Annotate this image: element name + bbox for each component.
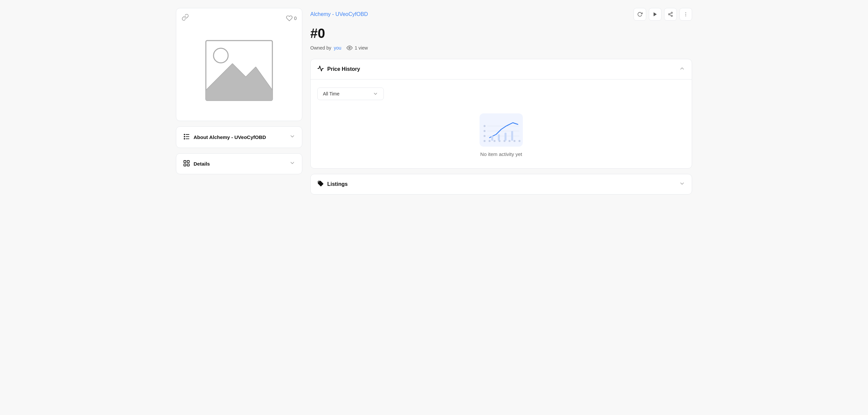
svg-rect-39 (504, 133, 506, 141)
svg-rect-8 (186, 138, 189, 139)
svg-rect-7 (184, 138, 185, 140)
time-filter-wrapper[interactable]: All Time (317, 88, 685, 100)
svg-rect-10 (187, 161, 189, 163)
svg-rect-4 (186, 134, 189, 135)
svg-point-24 (484, 130, 486, 132)
svg-point-32 (514, 140, 516, 142)
details-section-card[interactable]: Details (176, 153, 302, 174)
listings-header[interactable]: Listings (311, 174, 692, 194)
listings-panel: Listings (310, 174, 692, 195)
no-activity-illustration (479, 114, 523, 147)
owned-by-label: Owned by you (310, 45, 341, 51)
svg-point-28 (494, 140, 496, 142)
svg-rect-6 (186, 136, 189, 137)
owner-views-row: Owned by you 1 view (310, 45, 692, 51)
details-title: Details (193, 161, 210, 167)
nft-image-card: 0 (176, 8, 302, 121)
price-history-body: All Time (311, 79, 692, 168)
transfer-button[interactable] (649, 8, 661, 21)
svg-point-33 (519, 140, 521, 142)
svg-rect-3 (184, 134, 185, 135)
nft-token-id: #0 (310, 26, 692, 41)
svg-marker-2 (206, 64, 272, 100)
svg-point-25 (484, 135, 486, 137)
views-row: 1 view (346, 45, 368, 51)
collection-link[interactable]: Alchemy - UVeoCyfOBD (310, 11, 368, 17)
right-header: Alchemy - UVeoCyfOBD (310, 8, 692, 21)
likes-row[interactable]: 0 (286, 15, 297, 22)
svg-rect-12 (187, 164, 189, 166)
svg-line-18 (670, 13, 672, 14)
details-icon (183, 160, 190, 168)
likes-count: 0 (294, 15, 297, 21)
svg-point-21 (685, 15, 686, 16)
time-filter-select[interactable]: All Time (317, 88, 384, 100)
about-icon (183, 133, 190, 142)
price-history-chevron-icon (679, 65, 685, 73)
listings-title: Listings (327, 181, 347, 187)
svg-marker-13 (653, 12, 656, 16)
svg-rect-11 (184, 164, 186, 166)
time-filter-label: All Time (323, 91, 340, 96)
about-chevron-icon (289, 133, 295, 141)
svg-rect-5 (184, 136, 185, 137)
refresh-button[interactable] (633, 8, 646, 21)
no-activity-container: No item activity yet (317, 107, 685, 160)
time-filter-chevron-icon (373, 91, 378, 96)
price-history-panel: Price History All Time (310, 59, 692, 168)
share-button[interactable] (664, 8, 677, 21)
nft-image-placeholder (203, 37, 276, 104)
svg-rect-9 (184, 161, 186, 163)
listings-chevron-icon (679, 181, 685, 188)
svg-point-26 (484, 140, 486, 142)
views-count: 1 view (354, 45, 368, 51)
more-button[interactable] (679, 8, 692, 21)
listings-tag-icon (317, 180, 324, 188)
svg-point-31 (508, 140, 510, 142)
header-actions (633, 8, 692, 21)
svg-rect-40 (511, 131, 513, 141)
right-column: Alchemy - UVeoCyfOBD (310, 8, 692, 200)
svg-point-20 (685, 14, 686, 14)
price-history-header[interactable]: Price History (311, 59, 692, 79)
svg-rect-38 (498, 134, 500, 141)
price-history-title: Price History (327, 66, 360, 72)
about-section-card[interactable]: About Alchemy - UVeoCyfOBD (176, 126, 302, 148)
views-eye-icon (346, 45, 352, 51)
svg-point-22 (349, 47, 350, 49)
details-chevron-icon (289, 160, 295, 168)
owner-link[interactable]: you (334, 45, 342, 51)
price-history-icon (317, 65, 324, 73)
svg-point-19 (685, 12, 686, 13)
svg-rect-37 (491, 136, 493, 141)
no-activity-text: No item activity yet (480, 151, 522, 157)
about-title: About Alchemy - UVeoCyfOBD (193, 134, 266, 140)
link-icon[interactable] (182, 13, 189, 23)
svg-point-1 (214, 48, 228, 63)
svg-point-23 (484, 125, 486, 127)
svg-point-27 (489, 140, 491, 142)
svg-line-17 (670, 14, 672, 15)
left-column: 0 (176, 8, 302, 200)
